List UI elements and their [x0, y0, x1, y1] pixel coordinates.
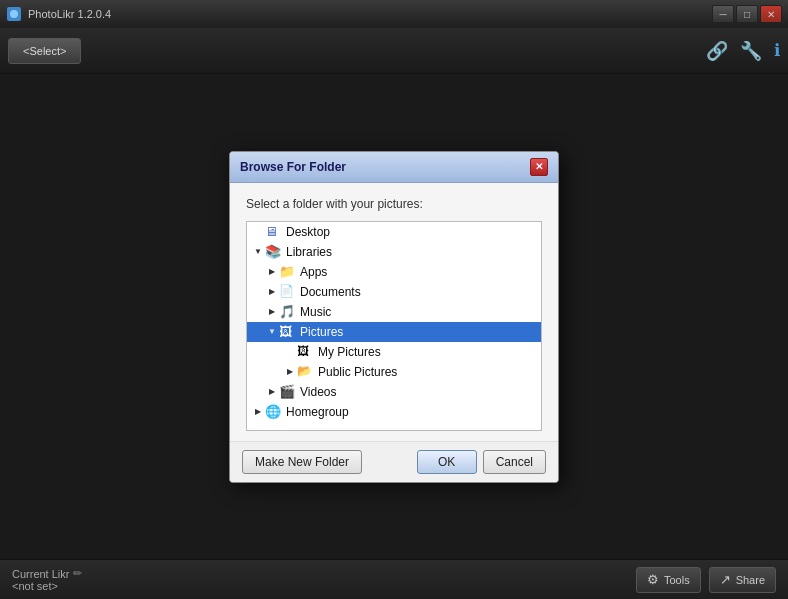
tree-item-homegroup[interactable]: ▶ 🌐 Homegroup: [247, 402, 541, 422]
share-btn-icon: ↗: [720, 572, 731, 587]
apps-icon: 📁: [279, 264, 297, 280]
status-left: Current Likr ✏ <not set>: [12, 567, 636, 592]
link-icon[interactable]: 🔗: [706, 40, 728, 62]
tree-item-videos[interactable]: ▶ 🎬 Videos: [247, 382, 541, 402]
toggle-homegroup[interactable]: ▶: [251, 405, 265, 419]
share-btn-label: Share: [736, 574, 765, 586]
cancel-button[interactable]: Cancel: [483, 450, 546, 474]
tree-item-music[interactable]: ▶ 🎵 Music: [247, 302, 541, 322]
status-bar: Current Likr ✏ <not set> ⚙ Tools ↗ Share: [0, 559, 788, 599]
dialog-title: Browse For Folder: [240, 160, 346, 174]
tree-item-desktop[interactable]: 🖥 Desktop: [247, 222, 541, 242]
toggle-desktop: [251, 225, 265, 239]
current-likr-value: <not set>: [12, 580, 636, 592]
tree-label-libraries: Libraries: [286, 245, 332, 259]
tree-label-homegroup: Homegroup: [286, 405, 349, 419]
tree-label-public-pictures: Public Pictures: [318, 365, 397, 379]
current-likr-label: Current Likr ✏: [12, 567, 636, 580]
minimize-button[interactable]: ─: [712, 5, 734, 23]
share-button[interactable]: ↗ Share: [709, 567, 776, 593]
tree-label-my-pictures: My Pictures: [318, 345, 381, 359]
desktop-icon: 🖥: [265, 224, 283, 240]
toolbar: <Select> 🔗 🔧 ℹ: [0, 28, 788, 74]
tree-item-apps[interactable]: ▶ 📁 Apps: [247, 262, 541, 282]
toggle-music[interactable]: ▶: [265, 305, 279, 319]
my-pictures-icon: 🖼: [297, 344, 315, 360]
tools-button[interactable]: ⚙ Tools: [636, 567, 701, 593]
edit-icon[interactable]: ✏: [73, 567, 82, 580]
ok-button[interactable]: OK: [417, 450, 477, 474]
toggle-videos[interactable]: ▶: [265, 385, 279, 399]
tree-item-pictures[interactable]: ▼ 🖼 Pictures: [247, 322, 541, 342]
toggle-pictures[interactable]: ▼: [265, 325, 279, 339]
dialog-instruction: Select a folder with your pictures:: [246, 197, 542, 211]
main-area: Browse For Folder ✕ Select a folder with…: [0, 74, 788, 559]
public-pictures-icon: 📂: [297, 364, 315, 380]
window-controls: ─ □ ✕: [712, 5, 782, 23]
dialog-body: Select a folder with your pictures: 🖥 De…: [230, 183, 558, 441]
pictures-icon: 🖼: [279, 324, 297, 340]
dialog-ok-cancel: OK Cancel: [417, 450, 546, 474]
music-icon: 🎵: [279, 304, 297, 320]
toolbar-icons: 🔗 🔧 ℹ: [706, 40, 780, 62]
toggle-documents[interactable]: ▶: [265, 285, 279, 299]
libraries-icon: 📚: [265, 244, 283, 260]
videos-icon: 🎬: [279, 384, 297, 400]
tree-item-public-pictures[interactable]: ▶ 📂 Public Pictures: [247, 362, 541, 382]
tree-item-documents[interactable]: ▶ 📄 Documents: [247, 282, 541, 302]
toggle-libraries[interactable]: ▼: [251, 245, 265, 259]
tree-item-libraries[interactable]: ▼ 📚 Libraries: [247, 242, 541, 262]
app-title: PhotoLikr 1.2.0.4: [28, 8, 712, 20]
tree-item-my-pictures[interactable]: 🖼 My Pictures: [247, 342, 541, 362]
tree-label-music: Music: [300, 305, 331, 319]
tree-label-documents: Documents: [300, 285, 361, 299]
homegroup-icon: 🌐: [265, 404, 283, 420]
tools-icon[interactable]: 🔧: [740, 40, 762, 62]
svg-point-1: [10, 10, 18, 18]
browse-folder-dialog: Browse For Folder ✕ Select a folder with…: [229, 151, 559, 483]
tools-btn-icon: ⚙: [647, 572, 659, 587]
make-new-folder-button[interactable]: Make New Folder: [242, 450, 362, 474]
status-right: ⚙ Tools ↗ Share: [636, 567, 776, 593]
tree-label-videos: Videos: [300, 385, 336, 399]
maximize-button[interactable]: □: [736, 5, 758, 23]
tree-label-apps: Apps: [300, 265, 327, 279]
dialog-overlay: Browse For Folder ✕ Select a folder with…: [0, 74, 788, 559]
tree-label-pictures: Pictures: [300, 325, 343, 339]
toggle-my-pictures: [283, 345, 297, 359]
title-bar: PhotoLikr 1.2.0.4 ─ □ ✕: [0, 0, 788, 28]
info-icon[interactable]: ℹ: [774, 40, 780, 61]
tree-label-desktop: Desktop: [286, 225, 330, 239]
app-icon: [6, 6, 22, 22]
select-button[interactable]: <Select>: [8, 38, 81, 64]
tools-btn-label: Tools: [664, 574, 690, 586]
folder-tree[interactable]: 🖥 Desktop ▼ 📚 Libraries ▶ 📁 Apps: [246, 221, 542, 431]
dialog-footer: Make New Folder OK Cancel: [230, 441, 558, 482]
toggle-apps[interactable]: ▶: [265, 265, 279, 279]
documents-icon: 📄: [279, 284, 297, 300]
close-button[interactable]: ✕: [760, 5, 782, 23]
dialog-titlebar: Browse For Folder ✕: [230, 152, 558, 183]
dialog-close-button[interactable]: ✕: [530, 158, 548, 176]
toggle-public-pictures[interactable]: ▶: [283, 365, 297, 379]
